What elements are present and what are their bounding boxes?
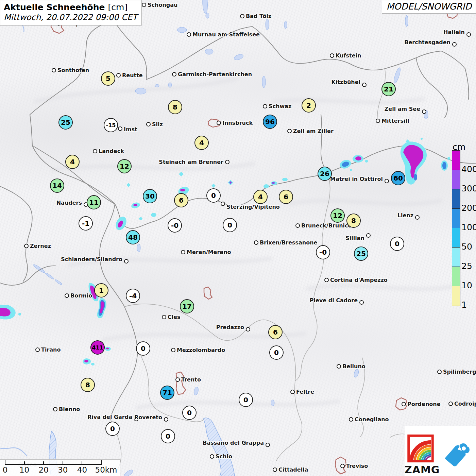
city-marker xyxy=(324,278,329,282)
legend-threshold-label: 300 xyxy=(461,184,476,193)
city-marker xyxy=(295,223,300,228)
title-box: Aktuelle Schneehöhe[cm] Mittwoch, 20.07.… xyxy=(0,0,142,26)
city-marker xyxy=(175,377,180,382)
city-marker xyxy=(118,126,122,131)
city-marker xyxy=(35,347,40,352)
city-marker xyxy=(385,179,389,183)
scale-bar-tick xyxy=(24,461,25,465)
city-label: Kufstein xyxy=(336,52,361,59)
city-marker xyxy=(266,443,270,447)
city-marker xyxy=(142,3,146,7)
city-label: Rovereto xyxy=(134,414,162,421)
station-value-marker: 25 xyxy=(58,115,73,130)
city-label: Feltre xyxy=(296,389,314,395)
station-value-marker: 14 xyxy=(50,178,64,193)
city-marker xyxy=(330,53,334,58)
city-label: Bruneck/Brunico xyxy=(301,222,352,229)
city-marker xyxy=(171,348,175,352)
city-label: Hallein xyxy=(443,29,465,35)
station-value-marker: 4 xyxy=(253,190,268,204)
station-value-marker: 0 xyxy=(105,422,120,436)
city-label: Cittadella xyxy=(278,466,308,473)
station-value-marker: -1 xyxy=(79,216,93,231)
station-value-marker: 0 xyxy=(182,406,197,420)
scale-bar-label: 30 xyxy=(58,465,68,474)
city-label: Schio xyxy=(216,453,232,460)
legend-threshold-label: 1 xyxy=(461,300,467,310)
city-label: Imst xyxy=(124,126,137,133)
city-label: Kitzbühel xyxy=(332,79,360,85)
station-value-marker: -0 xyxy=(168,218,182,233)
city-label: Schlanders/Silandro xyxy=(61,256,122,262)
city-marker xyxy=(452,42,457,47)
city-label: Sonthofen xyxy=(57,67,89,73)
zamg-logo xyxy=(407,435,434,462)
city-marker xyxy=(246,327,250,332)
scale-bar-tick xyxy=(101,460,102,465)
city-label: Belluno xyxy=(342,363,366,370)
city-label: Bad Tölz xyxy=(246,13,271,19)
rivers xyxy=(0,17,27,456)
station-value-marker: 11 xyxy=(87,195,101,209)
city-marker xyxy=(187,32,191,37)
station-value-marker: 0 xyxy=(269,345,284,360)
station-value-marker: 6 xyxy=(268,325,283,339)
city-marker xyxy=(273,468,277,472)
station-value-marker: 0 xyxy=(239,393,253,407)
city-marker xyxy=(124,259,129,264)
station-value-marker: 48 xyxy=(126,230,140,244)
city-marker xyxy=(210,454,214,459)
city-label: Pieve di Cadore xyxy=(310,297,358,304)
station-value-marker: 96 xyxy=(263,115,277,129)
map-title: Aktuelle Schneehöhe[cm] xyxy=(4,2,137,13)
legend-threshold-label: 100 xyxy=(461,222,476,232)
station-value-marker: 0 xyxy=(161,429,175,443)
legend-color-segment xyxy=(452,209,460,228)
legend-color-segment xyxy=(452,286,460,306)
city-marker xyxy=(24,244,29,248)
station-value-marker: 411 xyxy=(90,340,105,355)
station-value-marker: 30 xyxy=(143,189,157,203)
city-label: Silz xyxy=(152,121,163,128)
station-value-marker: 71 xyxy=(160,386,174,400)
station-value-marker: 5 xyxy=(101,71,115,86)
legend-color-segment xyxy=(452,189,460,209)
city-label: Mezzolombardo xyxy=(177,347,225,353)
scale-bar-tick xyxy=(63,461,63,465)
scale-bar: 01020304050km xyxy=(0,459,120,476)
city-label: Cles xyxy=(168,314,181,320)
map-title-unit: [cm] xyxy=(108,2,128,12)
city-marker xyxy=(225,160,230,164)
city-label: Matrei in Osttirol xyxy=(330,176,383,182)
city-label: Lienz xyxy=(397,212,413,219)
city-marker xyxy=(221,202,225,206)
legend-threshold-label: 400 xyxy=(461,164,476,174)
station-value-marker: 0 xyxy=(223,218,237,232)
city-label: Predazzo xyxy=(216,324,244,330)
station-value-marker: 12 xyxy=(330,208,345,223)
station-value-marker: 2 xyxy=(302,98,316,113)
city-label: Reutte xyxy=(122,72,143,79)
station-value-marker: 6 xyxy=(279,190,293,204)
city-marker xyxy=(422,109,426,114)
station-value-marker: 8 xyxy=(81,378,95,392)
city-marker xyxy=(181,250,185,254)
station-value-marker: -0 xyxy=(316,245,330,259)
scale-bar-label: 10 xyxy=(19,465,29,474)
city-label: Nauders xyxy=(56,200,82,206)
scale-bar-tick xyxy=(5,460,5,465)
city-marker xyxy=(146,122,151,126)
city-marker xyxy=(172,72,176,76)
city-label: Meran/Merano xyxy=(187,249,231,255)
zamg-logo-text: ZAMG xyxy=(405,464,437,476)
city-label: Codroipo xyxy=(454,401,476,407)
station-value-marker: 0 xyxy=(206,188,221,203)
legend-color-segment xyxy=(452,267,460,286)
legend-colorbar xyxy=(452,150,460,306)
scale-bar-label: 0 xyxy=(3,465,8,474)
city-marker xyxy=(366,233,371,238)
station-value-marker: 12 xyxy=(117,159,132,173)
city-label: Spilimbergo xyxy=(443,369,476,375)
station-value-marker: 17 xyxy=(180,299,194,313)
city-marker xyxy=(116,73,121,78)
